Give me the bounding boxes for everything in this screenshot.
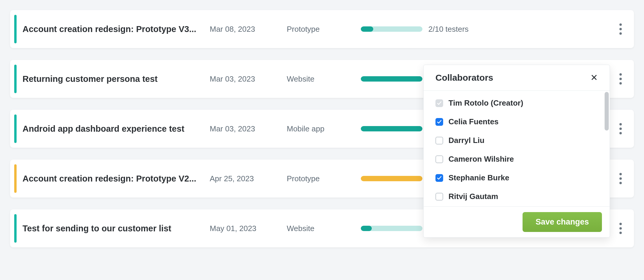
row-date: May 01, 2023 [210, 224, 287, 233]
collaborator-checkbox[interactable] [435, 118, 443, 126]
collaborator-row[interactable]: Darryl Liu [435, 131, 598, 150]
scrollbar-thumb[interactable] [605, 92, 609, 131]
row-title: Account creation redesign: Prototype V3.… [20, 24, 210, 34]
row-date: Mar 03, 2023 [210, 74, 287, 84]
progress-fill [361, 76, 422, 82]
progress-bar [361, 126, 422, 131]
testers-label: 2/10 testers [428, 25, 469, 34]
collaborator-name: Ritvij Gautam [448, 192, 498, 201]
collaborator-row[interactable]: Cameron Wilshire [435, 150, 598, 168]
collaborator-list: Tim Rotolo (Creator)Celia FuentesDarryl … [424, 91, 610, 206]
collaborator-row[interactable]: Stephanie Burke [435, 168, 598, 187]
progress-fill [361, 176, 422, 181]
progress-bar [361, 176, 422, 181]
row-accent [14, 214, 17, 243]
row-date: Mar 03, 2023 [210, 124, 287, 133]
collaborator-row[interactable]: Tim Rotolo (Creator) [435, 94, 598, 112]
collaborator-name: Tim Rotolo (Creator) [448, 98, 523, 108]
row-title: Test for sending to our customer list [20, 224, 210, 233]
row-type: Website [287, 74, 361, 84]
row-menu-cell [607, 120, 634, 137]
collaborator-checkbox[interactable] [435, 174, 443, 182]
row-menu-cell [607, 71, 634, 87]
close-icon[interactable]: ✕ [587, 71, 601, 84]
row-accent [14, 114, 17, 143]
row-menu-cell [607, 220, 634, 237]
popover-footer: Save changes [424, 206, 610, 237]
row-date: Mar 08, 2023 [210, 25, 287, 34]
progress-fill [361, 26, 373, 32]
save-changes-button[interactable]: Save changes [523, 212, 602, 232]
collaborator-checkbox [435, 99, 443, 107]
collaborator-checkbox[interactable] [435, 155, 443, 163]
row-menu-cell [607, 21, 634, 37]
collaborators-popover: Collaborators ✕ Tim Rotolo (Creator)Celi… [423, 65, 610, 238]
row-title: Returning customer persona test [20, 74, 210, 84]
collaborator-checkbox[interactable] [435, 193, 443, 201]
progress-bar [361, 226, 422, 231]
kebab-menu-icon[interactable] [615, 220, 627, 237]
kebab-menu-icon[interactable] [615, 21, 627, 37]
progress-fill [361, 226, 372, 231]
row-type: Prototype [287, 174, 361, 183]
row-body: Account creation redesign: Prototype V3.… [20, 10, 634, 48]
collaborator-name: Darryl Liu [448, 136, 484, 145]
row-date: Apr 25, 2023 [210, 174, 287, 183]
progress-bar [361, 26, 422, 32]
popover-header: Collaborators ✕ [424, 65, 610, 91]
collaborator-name: Cameron Wilshire [448, 155, 514, 164]
kebab-menu-icon[interactable] [615, 71, 627, 87]
progress-bar [361, 76, 422, 82]
row-accent [14, 65, 17, 93]
collaborator-checkbox[interactable] [435, 137, 443, 144]
test-row[interactable]: Account creation redesign: Prototype V3.… [10, 10, 634, 48]
collaborator-row[interactable]: Celia Fuentes [435, 112, 598, 131]
row-type: Mobile app [287, 124, 361, 133]
row-type: Website [287, 224, 361, 233]
kebab-menu-icon[interactable] [615, 170, 627, 187]
kebab-menu-icon[interactable] [615, 120, 627, 137]
row-accent [14, 164, 17, 193]
row-accent [14, 15, 17, 43]
row-type: Prototype [287, 25, 361, 34]
progress-wrap: 2/10 testers [361, 25, 607, 34]
popover-title: Collaborators [435, 73, 493, 83]
row-menu-cell [607, 170, 634, 187]
collaborator-name: Stephanie Burke [448, 173, 509, 182]
collaborator-row[interactable]: Ritvij Gautam [435, 187, 598, 206]
collaborator-name: Celia Fuentes [448, 117, 499, 126]
row-title: Android app dashboard experience test [20, 124, 210, 134]
row-title: Account creation redesign: Prototype V2.… [20, 174, 210, 184]
progress-fill [361, 126, 422, 131]
